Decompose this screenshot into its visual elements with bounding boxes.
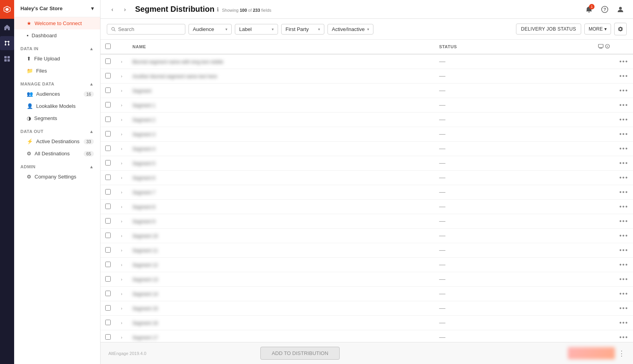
- row-checkbox[interactable]: [105, 291, 111, 296]
- audience-filter[interactable]: Audience ▾: [188, 24, 232, 35]
- expand-button[interactable]: ›: [120, 131, 123, 137]
- row-actions-menu[interactable]: •••: [619, 160, 628, 166]
- expand-button[interactable]: ›: [120, 277, 123, 282]
- row-checkbox[interactable]: [105, 320, 111, 325]
- section-manage-data[interactable]: Manage Data ▲: [14, 77, 100, 88]
- row-checkbox[interactable]: [105, 73, 111, 78]
- row-checkbox[interactable]: [105, 87, 111, 93]
- bottom-menu-dots[interactable]: ⋮: [618, 349, 625, 358]
- row-actions-menu[interactable]: •••: [619, 131, 628, 137]
- expand-button[interactable]: ›: [120, 335, 123, 340]
- sidebar-item-lookalike[interactable]: 👤 Lookalike Models: [14, 100, 100, 112]
- rail-data-icon[interactable]: [0, 52, 14, 66]
- row-actions-menu[interactable]: •••: [619, 189, 628, 195]
- settings-button[interactable]: [614, 23, 627, 35]
- search-box[interactable]: [107, 24, 185, 35]
- section-admin[interactable]: Admin ▲: [14, 160, 100, 171]
- row-checkbox[interactable]: [105, 160, 111, 166]
- row-actions-menu[interactable]: •••: [619, 87, 628, 94]
- row-checkbox[interactable]: [105, 131, 111, 136]
- notifications-button[interactable]: 1: [583, 3, 595, 16]
- user-menu-button[interactable]: [614, 3, 627, 16]
- row-actions-menu[interactable]: •••: [619, 73, 628, 79]
- row-checkbox[interactable]: [105, 276, 111, 282]
- back-button[interactable]: ‹: [107, 4, 118, 15]
- section-data-in[interactable]: Data In ▲: [14, 42, 100, 53]
- sidebar-item-dashboard[interactable]: ▪ Dashboard: [14, 29, 100, 42]
- expand-button[interactable]: ›: [120, 102, 123, 108]
- expand-button[interactable]: ›: [120, 320, 123, 326]
- row-checkbox[interactable]: [105, 233, 111, 238]
- row-checkbox[interactable]: [105, 218, 111, 224]
- row-actions-menu[interactable]: •••: [619, 247, 628, 253]
- sidebar-workspace[interactable]: Haley's Car Store ▾: [14, 0, 100, 17]
- sidebar-item-welcome[interactable]: ★ Welcome to Connect: [14, 17, 100, 29]
- expand-button[interactable]: ›: [120, 175, 123, 181]
- row-actions-menu[interactable]: •••: [619, 218, 628, 224]
- blurred-action-button[interactable]: Action: [568, 347, 615, 359]
- row-checkbox[interactable]: [105, 116, 111, 122]
- more-button[interactable]: MORE ▾: [584, 24, 611, 35]
- label-filter[interactable]: Label ▾: [235, 24, 278, 35]
- rail-connect-icon[interactable]: [0, 36, 14, 50]
- row-actions-menu[interactable]: •••: [619, 261, 628, 268]
- row-checkbox[interactable]: [105, 334, 111, 340]
- row-actions-menu[interactable]: •••: [619, 174, 628, 181]
- row-icons: [563, 258, 615, 272]
- expand-button[interactable]: ›: [120, 73, 123, 79]
- expand-button[interactable]: ›: [120, 204, 123, 210]
- status-value: —: [439, 160, 445, 166]
- add-to-distribution-button[interactable]: ADD TO DISTRIBUTION: [260, 347, 340, 360]
- sidebar-item-files[interactable]: 📁 Files: [14, 65, 100, 77]
- row-actions-menu[interactable]: •••: [619, 305, 628, 311]
- row-checkbox[interactable]: [105, 146, 111, 151]
- row-checkbox[interactable]: [105, 175, 111, 180]
- row-checkbox[interactable]: [105, 58, 111, 64]
- rail-home-icon[interactable]: [0, 20, 14, 35]
- expand-button[interactable]: ›: [120, 233, 123, 239]
- sidebar-item-active-destinations[interactable]: ⚡ Active Destinations 33: [14, 135, 100, 147]
- row-actions-menu[interactable]: •••: [619, 319, 628, 326]
- expand-button[interactable]: ›: [120, 146, 123, 152]
- row-checkbox[interactable]: [105, 204, 111, 209]
- expand-button[interactable]: ›: [120, 291, 123, 297]
- row-actions-menu[interactable]: •••: [619, 58, 628, 65]
- expand-button[interactable]: ›: [120, 262, 123, 268]
- row-checkbox[interactable]: [105, 247, 111, 253]
- row-actions-menu[interactable]: •••: [619, 145, 628, 152]
- bottom-center: ADD TO DISTRIBUTION: [260, 347, 340, 360]
- expand-button[interactable]: ›: [120, 88, 123, 94]
- row-checkbox[interactable]: [105, 189, 111, 195]
- row-actions-menu[interactable]: •••: [619, 334, 628, 340]
- expand-button[interactable]: ›: [120, 306, 123, 311]
- help-button[interactable]: ?: [598, 3, 611, 16]
- first-party-filter[interactable]: First Party ▾: [281, 24, 324, 35]
- section-data-out[interactable]: Data Out ▲: [14, 124, 100, 135]
- search-input[interactable]: [118, 26, 181, 32]
- active-inactive-filter[interactable]: Active/Inactive ▾: [327, 24, 373, 35]
- expand-button[interactable]: ›: [120, 218, 123, 224]
- th-select-all[interactable]: [101, 40, 115, 54]
- row-checkbox[interactable]: [105, 102, 111, 107]
- row-actions-menu[interactable]: •••: [619, 102, 628, 108]
- row-actions-menu[interactable]: •••: [619, 276, 628, 282]
- row-actions-menu[interactable]: •••: [619, 116, 628, 123]
- row-checkbox[interactable]: [105, 262, 111, 267]
- expand-button[interactable]: ›: [120, 248, 123, 253]
- delivery-job-status-button[interactable]: DELIVERY JOB STATUS: [516, 24, 581, 35]
- expand-button[interactable]: ›: [120, 59, 123, 65]
- forward-button[interactable]: ›: [119, 4, 130, 15]
- row-actions-menu[interactable]: •••: [619, 232, 628, 239]
- sidebar-item-segments[interactable]: ◑ Segments: [14, 112, 100, 124]
- sidebar-item-company-settings[interactable]: ⚙ Company Settings: [14, 171, 100, 183]
- expand-button[interactable]: ›: [120, 160, 123, 166]
- expand-button[interactable]: ›: [120, 117, 123, 123]
- row-actions-menu[interactable]: •••: [619, 203, 628, 210]
- row-checkbox[interactable]: [105, 305, 111, 311]
- sidebar-item-file-upload[interactable]: ⬆ File Upload: [14, 53, 100, 65]
- expand-button[interactable]: ›: [120, 189, 123, 195]
- sidebar-item-audiences[interactable]: 👥 Audiences 16: [14, 88, 100, 100]
- select-all-checkbox[interactable]: [105, 44, 111, 49]
- row-actions-menu[interactable]: •••: [619, 290, 628, 297]
- sidebar-item-all-destinations[interactable]: ⚙ All Destinations 65: [14, 147, 100, 160]
